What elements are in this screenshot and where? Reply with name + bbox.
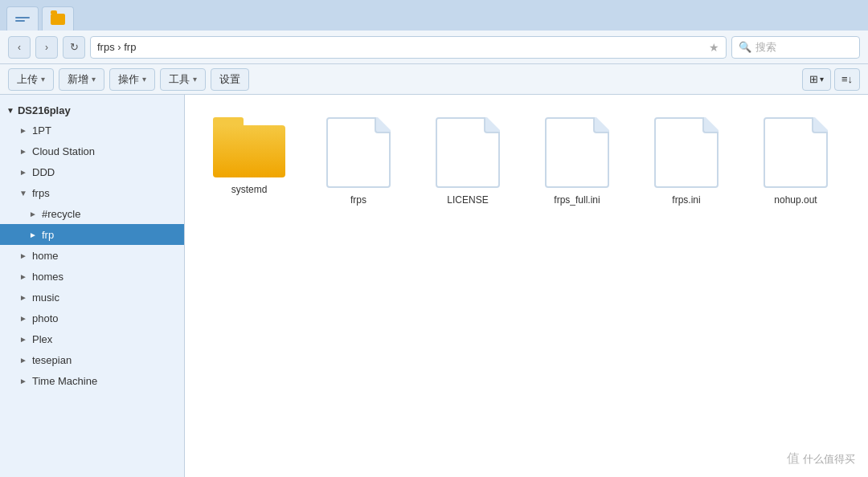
sidebar-item-frps[interactable]: ▼ frps <box>0 182 184 203</box>
doc-fold-nohup-out <box>812 117 828 133</box>
sidebar-label-recycle: #recycle <box>42 208 80 220</box>
time-machine-arrow: ► <box>19 377 29 385</box>
photo-arrow: ► <box>19 314 29 323</box>
sidebar-label-time-machine: Time Machine <box>32 375 97 387</box>
sidebar-item-recycle[interactable]: ► #recycle <box>0 203 184 224</box>
doc-icon-frps-ini <box>654 117 719 188</box>
sidebar-label-cloud-station: Cloud Station <box>32 145 95 157</box>
sort-icon: ≡↓ <box>841 73 853 85</box>
sidebar-item-ddd[interactable]: ► DDD <box>0 161 184 182</box>
file-item-license[interactable]: LICENSE <box>420 111 516 212</box>
sidebar-label-homes: homes <box>32 271 63 283</box>
doc-icon-frps-full-ini <box>545 117 609 188</box>
folder-body <box>213 125 285 177</box>
list-icon <box>15 14 30 25</box>
file-area: systemd frps LICENSE frps_full.ini <box>185 95 868 477</box>
sidebar-label-music: music <box>32 292 59 304</box>
file-item-frps-ini[interactable]: frps.ini <box>638 111 735 212</box>
file-label-frps-ini: frps.ini <box>672 194 700 206</box>
sidebar-label-ddd: DDD <box>32 166 55 178</box>
refresh-button[interactable]: ↻ <box>63 36 85 59</box>
file-label-systemd: systemd <box>231 184 268 195</box>
search-placeholder: 搜索 <box>755 40 776 55</box>
main-layout: ▼ DS216play ► 1PT ► Cloud Station ► DDD … <box>0 95 868 477</box>
tab-1[interactable] <box>6 6 39 31</box>
doc-icon-license <box>436 117 500 188</box>
home-arrow: ► <box>19 251 29 260</box>
sort-button[interactable]: ≡↓ <box>834 68 860 91</box>
1pt-arrow: ► <box>19 126 29 135</box>
sidebar-label-photo: photo <box>32 312 59 324</box>
sidebar-item-1pt[interactable]: ► 1PT <box>0 120 184 141</box>
plex-arrow: ► <box>19 335 29 344</box>
sidebar-root-label: DS216play <box>18 104 71 116</box>
sidebar-item-music[interactable]: ► music <box>0 287 184 308</box>
folder-icon-systemd <box>213 117 285 177</box>
file-label-frps-full-ini: frps_full.ini <box>554 194 600 206</box>
doc-fold-frps-ini <box>702 117 719 133</box>
back-button[interactable]: ‹ <box>8 36 31 59</box>
grid-view-button[interactable]: ⊞ ▾ <box>802 68 831 91</box>
sidebar-root[interactable]: ▼ DS216play <box>0 101 184 120</box>
file-label-nohup-out: nohup.out <box>774 194 817 206</box>
homes-arrow: ► <box>19 272 29 281</box>
sidebar-item-home[interactable]: ► home <box>0 245 184 266</box>
file-item-frps-full-ini[interactable]: frps_full.ini <box>529 111 625 212</box>
file-item-frps[interactable]: frps <box>310 111 407 212</box>
settings-button[interactable]: 设置 <box>211 68 249 91</box>
tools-arrow: ▾ <box>193 75 197 84</box>
file-item-nohup-out[interactable]: nohup.out <box>747 111 844 212</box>
sidebar-label-frps: frps <box>32 187 50 199</box>
sidebar-label-1pt: 1PT <box>32 124 51 137</box>
upload-arrow: ▾ <box>41 75 45 84</box>
tesepian-arrow: ► <box>19 356 29 365</box>
refresh-icon: ↻ <box>70 41 79 53</box>
sidebar-item-frp[interactable]: ► frp <box>0 224 184 245</box>
sidebar-item-tesepian[interactable]: ► tesepian <box>0 349 184 370</box>
path-text: frps › frp <box>97 41 136 53</box>
path-box[interactable]: frps › frp ★ <box>90 36 727 59</box>
sidebar-label-plex: Plex <box>32 333 52 345</box>
upload-button[interactable]: 上传 ▾ <box>8 68 54 91</box>
sidebar: ▼ DS216play ► 1PT ► Cloud Station ► DDD … <box>0 95 185 477</box>
doc-fold-frps-full-ini <box>593 117 609 133</box>
file-item-systemd[interactable]: systemd <box>201 111 297 212</box>
doc-icon-frps <box>326 117 391 188</box>
new-arrow: ▾ <box>92 75 96 84</box>
frps-arrow: ▼ <box>19 189 29 198</box>
watermark-logo: 值 <box>787 450 800 467</box>
sidebar-item-time-machine[interactable]: ► Time Machine <box>0 370 184 391</box>
forward-button[interactable]: › <box>35 36 58 59</box>
watermark-text: 什么值得买 <box>803 452 855 467</box>
new-button[interactable]: 新增 ▾ <box>59 68 104 91</box>
tab-2[interactable] <box>42 6 74 31</box>
sidebar-item-homes[interactable]: ► homes <box>0 266 184 287</box>
frp-arrow: ► <box>29 230 39 239</box>
sidebar-label-tesepian: tesepian <box>32 354 72 366</box>
back-icon: ‹ <box>18 42 21 53</box>
toolbar-right: ⊞ ▾ ≡↓ <box>802 68 860 91</box>
file-label-frps: frps <box>350 194 366 206</box>
recycle-arrow: ► <box>29 210 39 218</box>
sidebar-item-photo[interactable]: ► photo <box>0 308 184 328</box>
star-icon: ★ <box>709 41 719 54</box>
cloud-station-arrow: ► <box>19 147 29 156</box>
grid-dropdown-arrow: ▾ <box>820 75 824 84</box>
tab-bar <box>0 0 868 31</box>
sidebar-item-cloud-station[interactable]: ► Cloud Station <box>0 141 184 161</box>
doc-fold-license <box>484 117 500 133</box>
sidebar-label-frp: frp <box>42 229 54 241</box>
tools-button[interactable]: 工具 ▾ <box>160 68 206 91</box>
doc-icon-nohup-out <box>764 117 828 188</box>
ddd-arrow: ► <box>19 168 29 177</box>
watermark: 值 什么值得买 <box>787 450 855 467</box>
sidebar-item-plex[interactable]: ► Plex <box>0 328 184 349</box>
toolbar: 上传 ▾ 新增 ▾ 操作 ▾ 工具 ▾ 设置 ⊞ ▾ ≡↓ <box>0 64 868 95</box>
root-arrow: ▼ <box>6 106 14 115</box>
sidebar-label-home: home <box>32 250 59 262</box>
search-box[interactable]: 🔍 搜索 <box>731 36 860 59</box>
forward-icon: › <box>45 42 48 53</box>
search-icon: 🔍 <box>739 41 751 53</box>
operate-button[interactable]: 操作 ▾ <box>109 68 155 91</box>
address-bar: ‹ › ↻ frps › frp ★ 🔍 搜索 <box>0 31 868 64</box>
